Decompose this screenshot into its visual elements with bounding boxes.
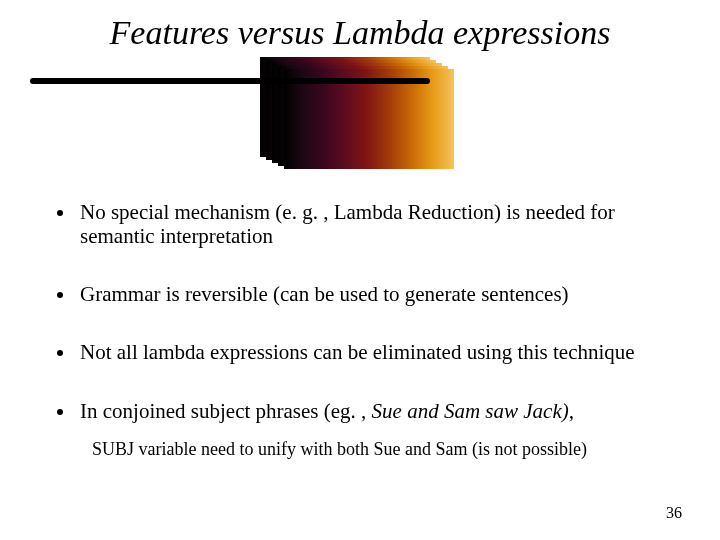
bullet-text-italic: Sue and Sam saw Jack), xyxy=(372,399,574,423)
gradient-rect xyxy=(284,69,454,169)
slide: Features versus Lambda expressions No sp… xyxy=(0,0,720,540)
title-underline xyxy=(30,78,430,84)
bullet-text-pre: In conjoined subject phrases (eg. , xyxy=(80,399,372,423)
bullet-item: Grammar is reversible (can be used to ge… xyxy=(76,282,662,306)
bullet-item: No special mechanism (e. g. , Lambda Red… xyxy=(76,200,662,248)
slide-title: Features versus Lambda expressions xyxy=(0,14,720,51)
sub-note: SUBJ variable need to unify with both Su… xyxy=(92,439,662,460)
bullet-item: Not all lambda expressions can be elimin… xyxy=(76,340,662,364)
bullet-item: In conjoined subject phrases (eg. , Sue … xyxy=(76,399,662,423)
bullet-list: No special mechanism (e. g. , Lambda Red… xyxy=(72,200,662,459)
page-number: 36 xyxy=(666,504,682,522)
